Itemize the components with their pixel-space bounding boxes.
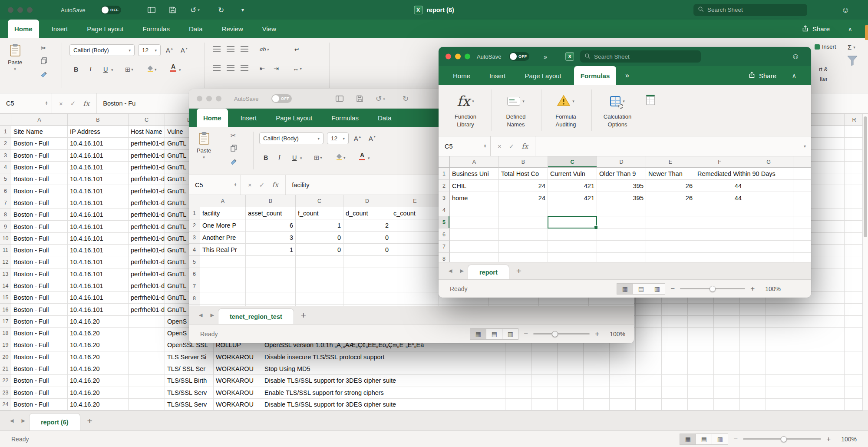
sheet-tab[interactable]: report — [468, 265, 509, 279]
cell[interactable] — [793, 253, 811, 262]
cell[interactable]: Boston - Full — [11, 268, 68, 280]
zoom-window-button[interactable] — [465, 54, 470, 60]
column-header[interactable]: E — [391, 195, 439, 207]
column-header[interactable]: B — [499, 156, 548, 168]
row-header[interactable]: 5 — [0, 173, 11, 185]
ribbon-tab-view[interactable]: View — [256, 20, 283, 38]
cell[interactable]: 10.4.16.101 — [68, 280, 129, 292]
minimize-window-button[interactable] — [455, 54, 461, 60]
cell[interactable] — [548, 204, 597, 216]
cell[interactable] — [548, 228, 597, 241]
close-window-button[interactable] — [197, 96, 202, 102]
cell[interactable]: Remediated Within 90 Days — [695, 168, 744, 180]
cell[interactable]: This Real Pr — [200, 244, 246, 256]
cell[interactable] — [531, 375, 558, 387]
zoom-level[interactable]: 100% — [841, 436, 857, 443]
normal-view-button[interactable]: ▦ — [680, 434, 696, 445]
cell[interactable] — [662, 387, 688, 399]
cell[interactable]: TLS Server Si — [165, 351, 214, 363]
zoom-slider-knob[interactable] — [710, 286, 716, 292]
cell[interactable]: 10.4.16.101 — [68, 138, 129, 149]
cell[interactable]: Disable insecure TLS/SSL protocol suppor… — [262, 351, 505, 363]
sheet-prev-button[interactable]: ◀ — [195, 312, 206, 318]
ribbon-tab-formulas[interactable]: Formulas — [136, 20, 176, 38]
save-icon[interactable] — [356, 96, 363, 102]
calculation-options-button[interactable]: ▾ Calculation Options — [595, 89, 640, 128]
cell[interactable]: Disable TLS/SSL support for 3DES cipher … — [262, 375, 505, 387]
copy-button[interactable] — [41, 57, 47, 64]
orientation-button[interactable]: ab▾ — [260, 43, 269, 55]
insert-function-icon[interactable]: fx — [272, 181, 278, 189]
redo-button[interactable]: ↻ — [218, 6, 224, 13]
zoom-out-button[interactable]: − — [524, 330, 528, 338]
cell[interactable] — [597, 216, 646, 228]
column-header[interactable]: G — [744, 156, 793, 168]
autosum-button[interactable]: Σ▾ — [848, 43, 855, 51]
format-painter-button[interactable] — [41, 71, 47, 78]
zoom-slider[interactable] — [680, 288, 745, 289]
collapse-ribbon-chevron-icon[interactable]: ∧ — [848, 20, 852, 38]
cell[interactable] — [200, 292, 246, 305]
row-header[interactable]: 9 — [0, 221, 11, 232]
name-box[interactable]: C5 ▴▾ — [189, 175, 241, 195]
sheet-tab[interactable]: report (6) — [29, 413, 80, 430]
cell[interactable]: Boston - Full — [11, 387, 68, 399]
close-window-button[interactable] — [8, 7, 13, 13]
row-header[interactable]: 19 — [0, 339, 11, 351]
share-button[interactable]: Share — [802, 20, 830, 38]
cell[interactable] — [714, 351, 740, 363]
cell[interactable] — [793, 228, 811, 241]
cell[interactable] — [646, 216, 695, 228]
cell[interactable] — [662, 304, 688, 315]
cell[interactable]: 26 — [646, 192, 695, 204]
formula-content[interactable]: Boston - Fu — [97, 100, 135, 107]
ribbon-tab-page-layout[interactable]: Page Layout — [80, 20, 130, 38]
cell[interactable] — [558, 363, 584, 375]
autosave-toggle[interactable]: OFF — [271, 94, 292, 103]
cell[interactable]: perfrhel01-d — [129, 256, 165, 268]
cell[interactable] — [740, 363, 766, 375]
name-box-stepper[interactable]: ▴▾ — [234, 183, 236, 187]
cell[interactable] — [766, 363, 845, 375]
ribbon-tab-insert[interactable]: Insert — [45, 20, 75, 38]
select-all-corner[interactable] — [189, 195, 200, 207]
cell[interactable] — [499, 216, 548, 228]
add-sheet-button[interactable]: + — [80, 416, 99, 426]
cell[interactable] — [505, 351, 531, 363]
cell[interactable] — [845, 304, 864, 315]
cell[interactable] — [391, 219, 439, 232]
row-header[interactable]: 22 — [0, 375, 11, 387]
cell[interactable]: Total Host Co — [499, 168, 548, 180]
cell[interactable]: perfrhel01-d — [129, 138, 165, 149]
zoom-window-button[interactable] — [27, 7, 33, 13]
zoom-in-button[interactable]: + — [826, 435, 831, 444]
cell[interactable]: perfrhel01-d — [129, 185, 165, 197]
row-header[interactable]: 1 — [0, 126, 11, 138]
merge-center-button[interactable]: ↔▾ — [293, 63, 302, 74]
cell[interactable] — [662, 351, 688, 363]
cell[interactable]: 10.4.16.101 — [68, 173, 129, 185]
cell[interactable]: 10.4.16.101 — [68, 245, 129, 256]
cell[interactable] — [129, 387, 165, 399]
cell[interactable] — [584, 351, 610, 363]
cell[interactable] — [646, 253, 695, 262]
cell[interactable]: Business Uni — [450, 168, 499, 180]
cell[interactable] — [688, 399, 714, 411]
page-break-view-button[interactable]: ▥ — [712, 434, 728, 445]
defined-names-button[interactable]: ▾ Defined Names — [496, 89, 536, 128]
sheet-pane-icon[interactable] — [148, 7, 155, 13]
cell[interactable]: One More P — [200, 219, 246, 232]
row-header[interactable]: 5 — [439, 216, 450, 228]
sheet-next-button[interactable]: ▶ — [206, 312, 218, 318]
sheet-prev-button[interactable]: ◀ — [445, 268, 456, 274]
page-layout-view-button[interactable]: ▤ — [696, 434, 712, 445]
cell[interactable]: 10.4.16.101 — [68, 256, 129, 268]
sheet-next-button[interactable]: ▶ — [17, 418, 29, 424]
cell[interactable] — [505, 399, 531, 411]
cell[interactable]: 0 — [343, 232, 391, 244]
cell[interactable] — [499, 241, 548, 253]
fill-color-button[interactable]: ▾ — [336, 152, 346, 163]
cell[interactable] — [636, 387, 662, 399]
cell[interactable] — [695, 228, 744, 241]
decrease-indent-button[interactable]: ⇤ — [260, 63, 265, 74]
